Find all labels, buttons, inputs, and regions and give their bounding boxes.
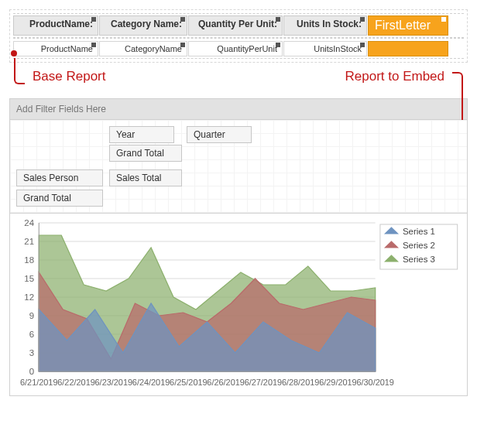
svg-text:24: 24 bbox=[24, 218, 34, 227]
field-quantityperunit[interactable]: QuantityPerUnit bbox=[188, 41, 283, 56]
svg-text:6/25/2019: 6/25/2019 bbox=[170, 378, 208, 387]
svg-text:Series 2: Series 2 bbox=[403, 241, 435, 250]
svg-text:6: 6 bbox=[29, 330, 34, 339]
svg-text:15: 15 bbox=[24, 274, 34, 283]
svg-text:6/24/2019: 6/24/2019 bbox=[132, 378, 170, 387]
callout-label: Report to Embed bbox=[345, 69, 444, 84]
svg-text:0: 0 bbox=[29, 367, 34, 376]
field-categoryname[interactable]: CategoryName bbox=[99, 41, 187, 56]
pivot-field-salesperson[interactable]: Sales Person bbox=[16, 169, 103, 186]
smarttag-icon[interactable] bbox=[180, 43, 185, 47]
pivot-grand-total-col[interactable]: Grand Total bbox=[16, 190, 103, 207]
subreport-placeholder[interactable]: FirstLetter bbox=[368, 15, 448, 36]
svg-text:6/28/2019: 6/28/2019 bbox=[282, 378, 320, 387]
svg-text:6/26/2019: 6/26/2019 bbox=[207, 378, 245, 387]
table-header-band: ProductName: Category Name: Quantity Per… bbox=[13, 13, 464, 38]
area-chart[interactable]: 036912151821246/21/20196/22/20196/23/201… bbox=[13, 218, 464, 390]
data-row: ProductName CategoryName QuantityPerUnit… bbox=[13, 41, 464, 56]
smarttag-icon[interactable] bbox=[91, 17, 96, 22]
col-header-unitsinstock[interactable]: Units In Stock: bbox=[283, 15, 367, 36]
callout-leader-icon bbox=[14, 58, 25, 84]
svg-text:9: 9 bbox=[29, 311, 34, 320]
smarttag-icon[interactable] bbox=[180, 17, 185, 22]
subreport-placeholder-detail[interactable] bbox=[368, 41, 448, 56]
col-header-categoryname[interactable]: Category Name: bbox=[99, 15, 187, 36]
pivot-field-quarter[interactable]: Quarter bbox=[187, 126, 252, 143]
smarttag-icon[interactable] bbox=[441, 17, 446, 22]
header-row: ProductName: Category Name: Quantity Per… bbox=[13, 15, 464, 36]
svg-text:Series 3: Series 3 bbox=[403, 255, 435, 264]
svg-text:6/27/2019: 6/27/2019 bbox=[245, 378, 283, 387]
callout-label: Base Report bbox=[33, 69, 106, 84]
callout-embed-report: Report to Embed bbox=[345, 69, 463, 84]
filter-drop-area[interactable]: Add Filter Fields Here bbox=[10, 99, 467, 120]
svg-text:6/21/2019: 6/21/2019 bbox=[20, 378, 58, 387]
base-report-designer: ProductName: Category Name: Quantity Per… bbox=[9, 9, 468, 63]
svg-text:6/29/2019: 6/29/2019 bbox=[319, 378, 357, 387]
svg-text:18: 18 bbox=[24, 255, 34, 265]
col-header-quantityperunit[interactable]: Quantity Per Unit: bbox=[188, 15, 283, 36]
chart-panel: 036912151821246/21/20196/22/20196/23/201… bbox=[10, 213, 467, 395]
smarttag-icon[interactable] bbox=[360, 17, 365, 22]
pivot-grand-total-row[interactable]: Grand Total bbox=[109, 145, 182, 162]
field-productname[interactable]: ProductName bbox=[13, 41, 98, 56]
svg-text:Series 1: Series 1 bbox=[403, 227, 435, 236]
filter-placeholder-text: Add Filter Fields Here bbox=[16, 104, 106, 115]
svg-text:6/22/2019: 6/22/2019 bbox=[57, 378, 95, 387]
table-detail-band: ProductName CategoryName QuantityPerUnit… bbox=[13, 38, 464, 59]
svg-text:21: 21 bbox=[24, 237, 34, 246]
svg-text:12: 12 bbox=[24, 292, 34, 302]
pivot-field-salestotal[interactable]: Sales Total bbox=[109, 169, 182, 186]
svg-text:3: 3 bbox=[29, 348, 34, 357]
callout-dot-icon bbox=[11, 50, 17, 56]
smarttag-icon[interactable] bbox=[276, 43, 280, 47]
pivot-grid-area[interactable]: Year Quarter Grand Total Sales Person Sa… bbox=[10, 120, 467, 213]
field-unitsinstock[interactable]: UnitsInStock bbox=[283, 41, 367, 56]
smarttag-icon[interactable] bbox=[360, 43, 365, 47]
callout-base-report: Base Report bbox=[14, 69, 106, 84]
col-header-productname[interactable]: ProductName: bbox=[13, 15, 98, 36]
smarttag-icon[interactable] bbox=[276, 17, 280, 22]
smarttag-icon[interactable] bbox=[91, 43, 96, 47]
svg-text:6/23/2019: 6/23/2019 bbox=[95, 378, 133, 387]
annotation-row: Base Report Report to Embed bbox=[14, 69, 463, 84]
pivot-field-year[interactable]: Year bbox=[109, 126, 174, 143]
svg-text:6/30/2019: 6/30/2019 bbox=[356, 378, 394, 387]
embed-report-designer: Add Filter Fields Here Year Quarter Gran… bbox=[9, 98, 468, 396]
